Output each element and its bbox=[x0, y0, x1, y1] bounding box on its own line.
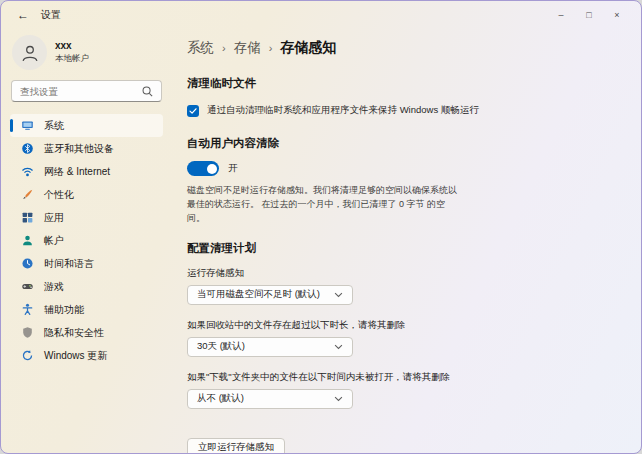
monitor-icon bbox=[21, 119, 34, 132]
dropdown-value: 30天 (默认) bbox=[197, 340, 245, 353]
wifi-icon bbox=[21, 165, 34, 178]
sidebar-item-label: 网络 & Internet bbox=[44, 165, 110, 179]
clock-icon bbox=[21, 257, 34, 270]
sidebar-item-label: 系统 bbox=[44, 119, 64, 133]
sidebar-item-network[interactable]: 网络 & Internet bbox=[10, 160, 163, 183]
chevron-right-icon: › bbox=[222, 42, 226, 54]
chevron-down-icon bbox=[334, 292, 343, 298]
chevron-down-icon bbox=[334, 396, 343, 402]
person-icon bbox=[19, 42, 41, 64]
sidebar-item-label: 辅助功能 bbox=[44, 303, 84, 317]
shield-icon bbox=[21, 326, 34, 339]
minimize-button[interactable]: – bbox=[547, 5, 575, 25]
user-account-type: 本地帐户 bbox=[55, 53, 89, 65]
accessibility-icon bbox=[21, 303, 34, 316]
toggle-knob bbox=[207, 164, 217, 174]
run-storage-sense-button[interactable]: 立即运行存储感知 bbox=[187, 438, 285, 454]
sidebar-item-bluetooth[interactable]: 蓝牙和其他设备 bbox=[10, 137, 163, 160]
chevron-right-icon: › bbox=[269, 42, 273, 54]
sidebar-item-system[interactable]: 系统 bbox=[10, 114, 163, 137]
sidebar-item-label: 蓝牙和其他设备 bbox=[44, 142, 114, 156]
sync-icon bbox=[21, 349, 34, 362]
sidebar-nav: 系统 蓝牙和其他设备 网络 & Internet bbox=[10, 114, 163, 367]
dropdown-recycle-bin[interactable]: 30天 (默认) bbox=[187, 337, 353, 357]
maximize-button[interactable]: □ bbox=[575, 5, 603, 25]
temp-cleanup-label: 通过自动清理临时系统和应用程序文件来保持 Windows 顺畅运行 bbox=[207, 104, 479, 117]
controller-icon bbox=[21, 280, 34, 293]
sidebar-item-personalization[interactable]: 个性化 bbox=[10, 183, 163, 206]
sidebar-item-label: 游戏 bbox=[44, 280, 64, 294]
sidebar-item-gaming[interactable]: 游戏 bbox=[10, 275, 163, 298]
dropdown-value: 当可用磁盘空间不足时 (默认) bbox=[197, 288, 320, 301]
window-controls: – □ × bbox=[547, 5, 631, 25]
app-title: 设置 bbox=[41, 8, 61, 22]
sidebar-item-label: Windows 更新 bbox=[44, 349, 107, 363]
dropdown-run-storage-sense[interactable]: 当可用磁盘空间不足时 (默认) bbox=[187, 285, 353, 305]
close-icon: × bbox=[614, 10, 619, 20]
sidebar-item-label: 个性化 bbox=[44, 188, 74, 202]
search-icon bbox=[141, 85, 154, 98]
sidebar-item-accessibility[interactable]: 辅助功能 bbox=[10, 298, 163, 321]
sidebar-item-label: 隐私和安全性 bbox=[44, 326, 104, 340]
breadcrumb: 系统 › 存储 › 存储感知 bbox=[187, 37, 621, 59]
section-heading-auto-cleanup: 自动用户内容清除 bbox=[187, 136, 621, 151]
account-card[interactable]: xxx 本地帐户 bbox=[12, 35, 163, 70]
storage-sense-description: 磁盘空间不足时运行存储感知。我们将清理足够的空间以确保系统以最佳的状态运行。 在… bbox=[187, 184, 459, 226]
sidebar-item-privacy[interactable]: 隐私和安全性 bbox=[10, 321, 163, 344]
downloads-folder-label: 如果"下载"文件夹中的文件在以下时间内未被打开，请将其删除 bbox=[187, 371, 621, 384]
settings-window: ← 设置 – □ × bbox=[0, 0, 642, 454]
brush-icon bbox=[21, 188, 34, 201]
main-content: 系统 › 存储 › 存储感知 清理临时文件 通过自动清理临时系统和应用程序文件来… bbox=[169, 29, 641, 454]
avatar bbox=[12, 35, 47, 70]
section-heading-temp-files: 清理临时文件 bbox=[187, 76, 621, 91]
minimize-icon: – bbox=[558, 10, 563, 20]
account-icon bbox=[21, 234, 34, 247]
sidebar-item-time-language[interactable]: 时间和语言 bbox=[10, 252, 163, 275]
user-name: xxx bbox=[55, 40, 89, 51]
sidebar-item-accounts[interactable]: 帐户 bbox=[10, 229, 163, 252]
sidebar-item-windows-update[interactable]: Windows 更新 bbox=[10, 344, 163, 367]
search-box bbox=[11, 80, 162, 102]
temp-cleanup-row[interactable]: 通过自动清理临时系统和应用程序文件来保持 Windows 顺畅运行 bbox=[187, 104, 621, 117]
sidebar-item-label: 帐户 bbox=[44, 234, 64, 248]
titlebar: ← 设置 – □ × bbox=[1, 1, 641, 29]
dropdown-downloads[interactable]: 从不 (默认) bbox=[187, 389, 353, 409]
bluetooth-icon bbox=[21, 142, 34, 155]
temp-cleanup-checkbox[interactable] bbox=[187, 105, 199, 117]
breadcrumb-storage[interactable]: 存储 bbox=[234, 39, 261, 57]
chevron-down-icon bbox=[334, 344, 343, 350]
search-input[interactable] bbox=[12, 86, 161, 97]
sidebar-item-apps[interactable]: 应用 bbox=[10, 206, 163, 229]
section-heading-schedule: 配置清理计划 bbox=[187, 241, 621, 256]
toggle-state-label: 开 bbox=[228, 162, 238, 175]
back-button[interactable]: ← bbox=[11, 5, 35, 25]
storage-sense-toggle[interactable] bbox=[187, 161, 219, 176]
storage-sense-toggle-row: 开 bbox=[187, 161, 621, 176]
dropdown-value: 从不 (默认) bbox=[197, 392, 244, 405]
page-title: 存储感知 bbox=[280, 39, 336, 57]
sidebar-item-label: 时间和语言 bbox=[44, 257, 94, 271]
breadcrumb-system[interactable]: 系统 bbox=[187, 39, 214, 57]
sidebar-item-label: 应用 bbox=[44, 211, 64, 225]
maximize-icon: □ bbox=[586, 10, 591, 20]
run-storage-sense-label: 运行存储感知 bbox=[187, 267, 621, 280]
back-icon: ← bbox=[17, 8, 29, 22]
apps-icon bbox=[21, 211, 34, 224]
recycle-bin-label: 如果回收站中的文件存在超过以下时长，请将其删除 bbox=[187, 319, 621, 332]
sidebar: xxx 本地帐户 系统 bbox=[1, 29, 169, 454]
check-icon bbox=[188, 106, 198, 116]
close-button[interactable]: × bbox=[603, 5, 631, 25]
